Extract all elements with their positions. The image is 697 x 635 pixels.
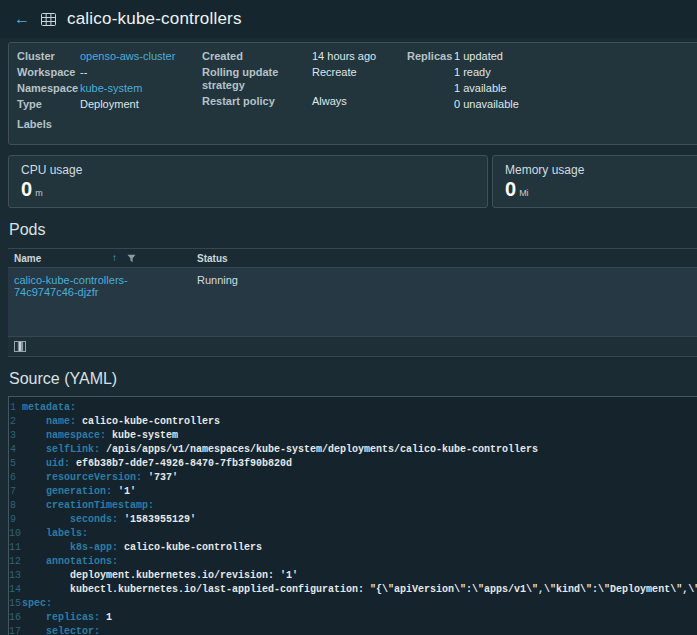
yaml-key: deployment.kubernetes.io/revision: xyxy=(70,570,274,581)
yaml-value: 1 xyxy=(106,612,112,623)
summary-field-label: Labels xyxy=(17,118,80,131)
pod-status: Running xyxy=(190,274,238,298)
summary-field-label: Cluster xyxy=(17,50,80,63)
yaml-value: /apis/apps/v1/namespaces/kube-system/dep… xyxy=(106,444,538,455)
replicas-label: Replicas xyxy=(407,50,454,114)
yaml-line-number: 8 xyxy=(9,499,22,513)
yaml-key: metadata: xyxy=(22,402,76,413)
back-icon[interactable]: ← xyxy=(14,11,30,27)
table-row: calico-kube-controllers-74c9747c46-djzfr… xyxy=(8,268,697,298)
yaml-line-content: uid: ef6b38b7-dde7-4926-8470-7fb3f90b820… xyxy=(22,457,292,471)
summary-panel: Clusteropenso-aws-clusterWorkspace--Name… xyxy=(8,42,697,145)
yaml-key: labels: xyxy=(46,528,88,539)
yaml-value: ef6b38b7-dde7-4926-8470-7fb3f90b820d xyxy=(76,458,292,469)
replicas-values: 1 updated1 ready1 available0 unavailable xyxy=(454,50,519,114)
yaml-line: 1metadata: xyxy=(9,401,697,415)
summary-field-value[interactable]: kube-system xyxy=(80,82,142,95)
yaml-key: seconds: xyxy=(70,514,118,525)
pods-table-header: Name ↑ Status xyxy=(8,248,697,268)
yaml-value: "{\"apiVersion\":\"apps/v1\",\"kind\":\"… xyxy=(370,584,697,595)
yaml-key: replicas: xyxy=(46,612,100,623)
summary-field-row: Rolling update strategyRecreate xyxy=(202,66,407,92)
yaml-line: 9seconds: '1583955129' xyxy=(9,513,697,527)
yaml-line-content: kubectl.kubernetes.io/last-applied-confi… xyxy=(22,583,697,597)
yaml-line-content: resourceVersion: '737' xyxy=(22,471,178,485)
page-title: calico-kube-controllers xyxy=(67,9,242,29)
yaml-line-content: name: calico-kube-controllers xyxy=(22,415,220,429)
summary-field-label: Workspace xyxy=(17,66,80,79)
summary-field-value[interactable]: openso-aws-cluster xyxy=(80,50,175,63)
yaml-value: calico-kube-controllers xyxy=(124,542,262,553)
name-column-label: Name xyxy=(14,253,41,264)
cpu-usage-unit: m xyxy=(35,188,43,198)
summary-field-label: Created xyxy=(202,50,312,63)
summary-column-middle: Created14 hours agoRolling update strate… xyxy=(202,50,407,134)
pods-table: Name ↑ Status calico-kube-controllers-74… xyxy=(8,248,697,357)
summary-field-value: Deployment xyxy=(80,98,139,111)
yaml-line-number: 13 xyxy=(9,569,22,583)
summary-column-replicas: Replicas 1 updated1 ready1 available0 un… xyxy=(407,50,519,134)
replicas-value: 1 updated xyxy=(454,50,519,63)
yaml-line: 2name: calico-kube-controllers xyxy=(9,415,697,429)
source-yaml-heading: Source (YAML) xyxy=(9,370,697,388)
yaml-line: 16replicas: 1 xyxy=(9,611,697,625)
summary-field-value: Always xyxy=(312,95,347,108)
top-bar: ← calico-kube-controllers xyxy=(0,0,697,38)
yaml-line-content: namespace: kube-system xyxy=(22,429,178,443)
pod-name-link[interactable]: calico-kube-controllers-74c9747c46-djzfr xyxy=(8,274,190,298)
yaml-line: 8creationTimestamp: xyxy=(9,499,697,513)
summary-field-label: Namespace xyxy=(17,82,80,95)
summary-field-row: Created14 hours ago xyxy=(202,50,407,63)
replicas-value: 1 ready xyxy=(454,66,519,79)
filter-funnel-icon[interactable] xyxy=(127,254,136,265)
summary-field-value: -- xyxy=(80,66,87,79)
cpu-usage-title: CPU usage xyxy=(21,163,475,177)
yaml-line-content: selfLink: /apis/apps/v1/namespaces/kube-… xyxy=(22,443,538,457)
yaml-line-number: 10 xyxy=(9,527,22,541)
yaml-line-number: 11 xyxy=(9,541,22,555)
yaml-key: name: xyxy=(46,416,76,427)
memory-usage-card: Memory usage 0Mi xyxy=(492,155,697,208)
yaml-key: spec: xyxy=(22,598,52,609)
summary-field-row: Workspace-- xyxy=(17,66,202,79)
yaml-value: kube-system xyxy=(112,430,178,441)
yaml-line-content: labels: xyxy=(22,527,88,541)
summary-field-row: TypeDeployment xyxy=(17,98,202,111)
summary-field-row: Namespacekube-system xyxy=(17,82,202,95)
cpu-usage-value: 0 xyxy=(21,178,32,200)
summary-column-left: Clusteropenso-aws-clusterWorkspace--Name… xyxy=(17,50,202,134)
yaml-key: namespace: xyxy=(46,430,106,441)
column-header-name: Name ↑ xyxy=(8,249,190,267)
pods-heading: Pods xyxy=(9,221,697,239)
yaml-line-content: creationTimestamp: xyxy=(22,499,154,513)
deployment-grid-icon xyxy=(41,13,56,26)
yaml-value: '1' xyxy=(280,570,298,581)
yaml-value: calico-kube-controllers xyxy=(82,416,220,427)
yaml-line-content: k8s-app: calico-kube-controllers xyxy=(22,541,262,555)
yaml-line: 15spec: xyxy=(9,597,697,611)
sort-ascending-icon[interactable]: ↑ xyxy=(112,252,117,263)
yaml-line-content: spec: xyxy=(22,597,52,611)
memory-usage-title: Memory usage xyxy=(505,163,697,177)
yaml-line-content: replicas: 1 xyxy=(22,611,112,625)
yaml-line: 13deployment.kubernetes.io/revision: '1' xyxy=(9,569,697,583)
yaml-line-number: 6 xyxy=(9,471,22,485)
yaml-key: selector: xyxy=(46,626,100,635)
yaml-line-number: 14 xyxy=(9,583,22,597)
yaml-source-viewer[interactable]: 1metadata:2name: calico-kube-controllers… xyxy=(8,396,697,635)
yaml-line: 5uid: ef6b38b7-dde7-4926-8470-7fb3f90b82… xyxy=(9,457,697,471)
yaml-value: '737' xyxy=(148,472,178,483)
yaml-line-number: 3 xyxy=(9,429,22,443)
yaml-key: generation: xyxy=(46,486,112,497)
yaml-line-number: 7 xyxy=(9,485,22,499)
yaml-value: '1' xyxy=(118,486,136,497)
yaml-key: uid: xyxy=(46,458,70,469)
yaml-line-number: 9 xyxy=(9,513,22,527)
cpu-usage-card: CPU usage 0m xyxy=(8,155,488,208)
yaml-key: resourceVersion: xyxy=(46,472,142,483)
column-picker-icon[interactable] xyxy=(14,341,26,352)
yaml-line: 7generation: '1' xyxy=(9,485,697,499)
yaml-line: 12annotations: xyxy=(9,555,697,569)
summary-field-value: 14 hours ago xyxy=(312,50,376,63)
yaml-line-content: annotations: xyxy=(22,555,118,569)
